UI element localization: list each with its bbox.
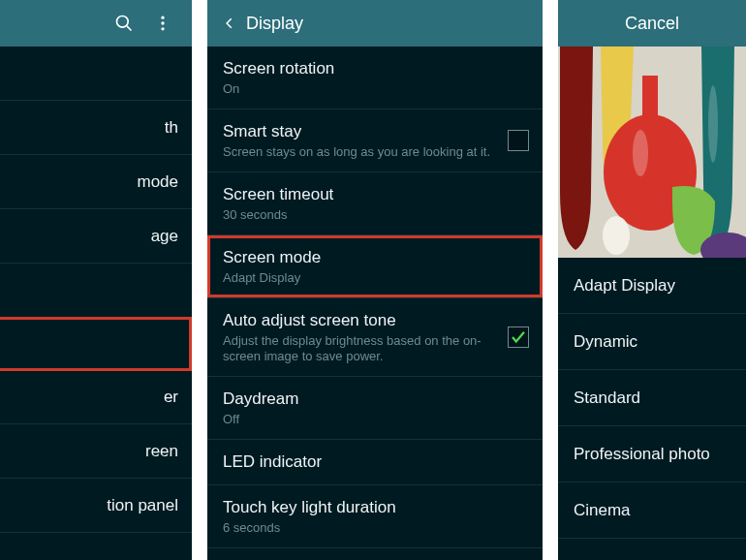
setting-auto-adjust-screen-tone[interactable]: Auto adjust screen tone Adjust the displ… — [207, 298, 543, 377]
list-item[interactable]: th — [0, 101, 192, 155]
list-item-label: th — [165, 118, 178, 138]
mode-option-dynamic[interactable]: Dynamic — [558, 314, 746, 370]
checkbox-checked[interactable] — [508, 327, 529, 348]
overflow-menu-icon[interactable] — [143, 0, 182, 47]
checkbox-unchecked[interactable] — [508, 130, 529, 151]
settings-categories-list: th mode age er reen tion panel — [0, 47, 192, 560]
setting-led-indicator[interactable]: LED indicator — [207, 440, 543, 485]
svg-point-3 — [161, 21, 164, 24]
setting-screen-timeout[interactable]: Screen timeout 30 seconds — [207, 172, 543, 235]
setting-subtitle: Off — [223, 412, 527, 427]
list-item-label: tion panel — [107, 496, 178, 515]
svg-point-2 — [161, 16, 164, 19]
mode-option-label: Cinema — [574, 501, 631, 520]
display-header-title: Display — [246, 14, 303, 34]
setting-smart-stay[interactable]: Smart stay Screen stays on as long as yo… — [207, 109, 543, 172]
cancel-button[interactable]: Cancel — [625, 14, 679, 34]
mode-option-label: Dynamic — [574, 332, 637, 352]
setting-title: Screen timeout — [223, 184, 527, 205]
setting-subtitle: Adjust the display brightness based on t… — [223, 333, 496, 364]
screen-mode-panel: Cancel — [558, 0, 746, 560]
settings-list-panel: th mode age er reen tion panel — [0, 0, 192, 560]
setting-subtitle: Adapt Display — [223, 270, 527, 286]
mode-option-label: Professional photo — [574, 445, 710, 464]
setting-subtitle: On — [223, 81, 527, 97]
svg-point-11 — [708, 85, 718, 163]
mode-option-professional-photo[interactable]: Professional photo — [558, 426, 746, 482]
svg-point-0 — [117, 16, 129, 28]
setting-title: LED indicator — [223, 451, 527, 473]
list-item[interactable]: mode — [0, 155, 192, 209]
preview-image — [558, 47, 746, 258]
list-item[interactable]: tion panel — [0, 479, 192, 533]
display-settings-list: Screen rotation On Smart stay Screen sta… — [207, 47, 543, 560]
mode-option-cinema[interactable]: Cinema — [558, 482, 746, 539]
mode-option-label: Adapt Display — [574, 276, 675, 296]
setting-touch-key-light-duration[interactable]: Touch key light duration 6 seconds — [207, 485, 543, 548]
svg-line-1 — [127, 26, 132, 31]
screen-mode-header: Cancel — [558, 0, 746, 47]
settings-header — [0, 0, 192, 47]
setting-daydream[interactable]: Daydream Off — [207, 377, 543, 440]
svg-point-4 — [161, 27, 164, 30]
list-item-label: er — [164, 388, 178, 407]
svg-point-8 — [603, 216, 630, 255]
setting-screen-rotation[interactable]: Screen rotation On — [207, 47, 543, 109]
list-item-label: mode — [137, 172, 178, 192]
setting-title: Smart stay — [223, 121, 496, 142]
setting-subtitle: 6 seconds — [223, 520, 527, 536]
back-icon[interactable] — [213, 0, 246, 47]
setting-title: Screen rotation — [223, 58, 527, 79]
list-item-label: age — [151, 227, 178, 246]
mode-option-label: Standard — [574, 389, 640, 408]
setting-screen-mode-highlighted[interactable]: Screen mode Adapt Display — [207, 235, 543, 298]
setting-subtitle: Screen stays on as long as you are looki… — [223, 144, 496, 160]
setting-title: Screen mode — [223, 247, 527, 268]
svg-point-10 — [633, 130, 648, 176]
mode-option-standard[interactable]: Standard — [558, 370, 746, 426]
list-item-label: reen — [145, 442, 178, 461]
screen-mode-options: Adapt Display Dynamic Standard Professio… — [558, 258, 746, 560]
mode-option-adapt-display[interactable]: Adapt Display — [558, 258, 746, 314]
display-header: Display — [207, 0, 543, 47]
list-item[interactable]: reen — [0, 424, 192, 479]
setting-title: Touch key light duration — [223, 497, 527, 518]
list-item[interactable] — [0, 47, 192, 101]
list-item[interactable]: age — [0, 209, 192, 264]
svg-rect-7 — [642, 76, 658, 124]
search-icon[interactable] — [105, 0, 143, 47]
setting-title: Daydream — [223, 389, 527, 410]
list-item-display-highlighted[interactable] — [0, 317, 192, 371]
display-settings-panel: Display Screen rotation On Smart stay Sc… — [207, 0, 543, 560]
setting-subtitle: 30 seconds — [223, 207, 527, 223]
list-item[interactable]: er — [0, 370, 192, 424]
setting-title: Auto adjust screen tone — [223, 310, 496, 331]
list-item[interactable] — [0, 264, 192, 318]
